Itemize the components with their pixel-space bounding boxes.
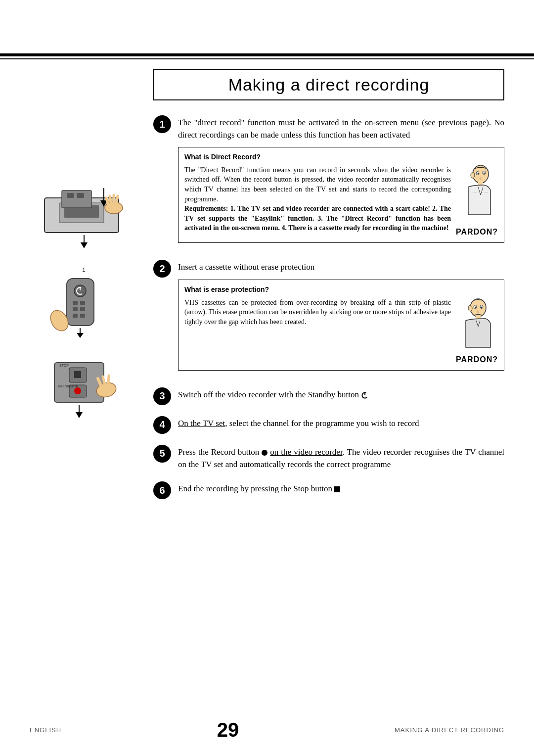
step-4-number: 4	[153, 416, 171, 434]
step-2-text: Insert a cassette without erase protecti…	[178, 262, 314, 272]
step-1-content: The "direct record" function must be act…	[178, 115, 504, 249]
svg-marker-40	[76, 412, 83, 418]
svg-point-54	[481, 306, 483, 308]
svg-rect-23	[73, 314, 78, 318]
svg-line-10	[110, 196, 111, 204]
svg-point-16	[74, 285, 86, 297]
pardon-figure-1: PARDON?	[456, 165, 498, 237]
step-5: 5 Press the Record button on the video r…	[153, 445, 504, 471]
svg-line-12	[116, 196, 118, 204]
svg-rect-30	[74, 371, 81, 378]
svg-rect-19	[73, 301, 78, 305]
main-content: Making a direct recording 1 The "direct …	[153, 69, 504, 707]
svg-rect-21	[73, 307, 78, 311]
pardon-figure-2: PARDON?	[456, 298, 498, 365]
info-box-direct-record: What is Direct Record? The "Direct Recor…	[178, 147, 504, 243]
step-2: 2 Insert a cassette without erase protec…	[153, 260, 504, 377]
step-4-underline: On the TV set	[178, 419, 225, 428]
step-5-content: Press the Record button on the video rec…	[178, 445, 504, 471]
svg-point-32	[74, 387, 81, 394]
erase-text: VHS cassettes can be protected from over…	[184, 298, 451, 365]
step-4: 4 On the TV set, select the channel for …	[153, 416, 504, 434]
standby-label: 1	[83, 267, 86, 273]
step-4-suffix: , select the channel for the programme y…	[225, 419, 419, 428]
step-5-underline: on the video recorder	[270, 447, 342, 457]
info-box-erase: What is erase protection? VHS cassettes …	[178, 280, 504, 371]
svg-rect-3	[62, 190, 91, 208]
svg-point-52	[475, 306, 477, 308]
svg-rect-20	[80, 301, 85, 305]
svg-rect-24	[80, 314, 85, 318]
record-stop-illustration: STOP RECORD/OTR	[20, 353, 148, 422]
direct-record-inner: The "Direct Record" function means you c…	[184, 165, 498, 237]
direct-record-requirements: Requirements: 1. The TV set and video re…	[184, 205, 451, 232]
erase-inner: VHS cassettes can be protected from over…	[184, 298, 498, 365]
step-6: 6 End the recording by pressing the Stop…	[153, 481, 504, 499]
step-3-content: Switch off the video recorder with the S…	[178, 387, 504, 401]
svg-point-45	[484, 172, 485, 174]
power-icon	[361, 391, 369, 399]
svg-point-41	[473, 165, 489, 183]
footer: English 29 Making a direct recording	[30, 719, 504, 741]
step-1: 1 The "direct record" function must be a…	[153, 115, 504, 249]
step-6-text: End the recording by pressing the Stop b…	[178, 484, 334, 493]
direct-record-text: The "Direct Record" function means you c…	[184, 165, 451, 237]
footer-page-number: 29	[217, 719, 239, 741]
step-2-number: 2	[153, 260, 171, 278]
page-title: Making a direct recording	[164, 75, 493, 94]
svg-point-55	[468, 305, 472, 311]
step-3: 3 Switch off the video recorder with the…	[153, 387, 504, 405]
step-5-number: 5	[153, 445, 171, 463]
step-1-text: The "direct record" function must be act…	[178, 118, 504, 140]
top-border-thin	[0, 58, 534, 59]
pardon-label-1: PARDON?	[456, 227, 498, 237]
step-1-number: 1	[153, 115, 171, 133]
erase-title: What is erase protection?	[184, 285, 498, 295]
step-4-content: On the TV set, select the channel for th…	[178, 416, 504, 430]
step-5-prefix: Press the Record button	[178, 447, 262, 457]
footer-right: Making a direct recording	[395, 726, 504, 734]
title-box: Making a direct recording	[153, 69, 504, 100]
direct-record-body: The "Direct Record" function means you c…	[184, 166, 451, 203]
svg-marker-27	[77, 333, 84, 338]
svg-point-46	[471, 172, 475, 178]
pardon-label-2: PARDON?	[456, 354, 498, 365]
svg-point-43	[478, 173, 479, 174]
footer-left: English	[30, 726, 61, 734]
step-3-text: Switch off the video recorder with the S…	[178, 390, 361, 399]
svg-rect-5	[77, 193, 84, 198]
stop-square-icon	[334, 486, 340, 492]
step-6-content: End the recording by pressing the Stop b…	[178, 481, 504, 495]
svg-text:STOP: STOP	[59, 364, 69, 367]
svg-text:RECORD/OTR: RECORD/OTR	[58, 385, 79, 388]
left-sidebar: 1	[20, 178, 148, 697]
step-3-number: 3	[153, 387, 171, 405]
cassette-illustration	[20, 178, 148, 252]
remote-illustration: 1	[20, 267, 148, 338]
step-2-content: Insert a cassette without erase protecti…	[178, 260, 504, 377]
record-dot-icon	[262, 450, 267, 456]
erase-body: VHS cassettes can be protected from over…	[184, 299, 451, 326]
svg-marker-14	[81, 242, 88, 248]
step-6-number: 6	[153, 481, 171, 499]
top-border-thick	[0, 53, 534, 56]
svg-rect-4	[67, 193, 74, 198]
svg-rect-22	[80, 307, 85, 311]
svg-line-38	[108, 376, 109, 384]
direct-record-title: What is Direct Record?	[184, 152, 498, 162]
